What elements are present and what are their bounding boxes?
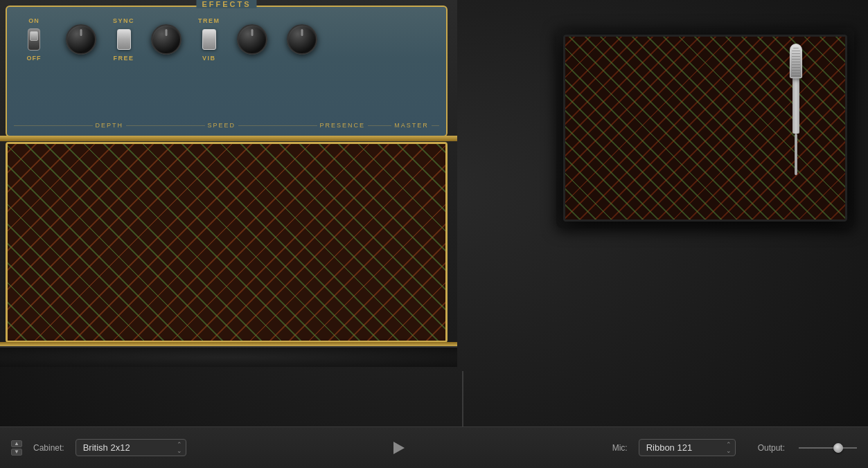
mic-label: Mic: [612,443,628,453]
sep-line-2 [126,125,205,126]
depth-bottom-label: DEPTH [93,122,127,129]
master-knob-section [287,24,317,55]
trem-vib-toggle[interactable] [200,27,219,52]
mic-position-line [463,371,463,426]
depth-knob[interactable] [66,24,96,55]
presence-knob[interactable] [237,24,267,55]
master-knob[interactable] [287,24,317,55]
preset-up-button[interactable]: ▲ [11,440,22,447]
output-thumb[interactable] [833,443,843,453]
bottom-labels-row: DEPTH SPEED PRESENCE MASTER [14,122,439,129]
presence-bottom-label: PRESENCE [317,122,369,129]
trem-section: TREM VIB [198,17,220,62]
toggle-lever [28,28,40,51]
sep-line-3 [238,125,317,126]
microphone[interactable] [788,44,804,175]
speed-knob[interactable] [151,24,181,55]
on-label: ON [28,17,39,24]
mic-select-wrapper[interactable]: Ribbon 121 Condenser 87 Dynamic 57 No Mi… [639,439,736,456]
preset-arrows: ▲ ▼ [11,440,22,456]
sep-line-1 [14,125,93,126]
effects-panel: EFFECTS ON OFF SYNC FREE [6,6,448,137]
output-label: Output: [758,443,785,453]
play-button[interactable] [389,438,409,458]
sync-lever [117,29,131,50]
cabinet-label: Cabinet: [33,443,64,453]
bottom-bar: ▲ ▼ Cabinet: British 2x12 American 1x12 … [0,426,868,468]
sync-toggle[interactable] [114,27,134,52]
depth-knob-section [66,24,96,55]
cabinet-box [563,35,847,222]
sep-line-5 [432,125,439,126]
output-slider[interactable] [799,443,857,453]
trem-label: TREM [198,17,220,24]
grille-pattern [8,144,445,341]
presence-knob-section [237,24,267,55]
sync-label: SYNC [113,17,134,24]
cabinet-display [556,28,854,228]
play-icon [393,442,405,454]
vib-label: VIB [202,55,216,62]
mic-body [792,78,799,134]
free-label: FREE [114,55,134,62]
master-bottom-label: MASTER [391,122,432,129]
speed-knob-section [151,24,181,55]
cabinet-select-wrapper[interactable]: British 2x12 American 1x12 British 4x12 … [76,439,186,456]
speaker-grille [6,142,448,343]
trem-lever [202,29,216,50]
mic-head [790,44,802,78]
leather-bottom [0,346,457,367]
effects-label: EFFECTS [196,0,256,8]
mic-stand [795,134,797,175]
gold-trim-top [0,136,457,141]
sync-section: SYNC FREE [113,17,134,62]
speed-bottom-label: SPEED [205,122,239,129]
on-off-toggle-section: ON OFF [24,17,44,62]
output-line-left [799,447,833,449]
effects-controls: ON OFF SYNC FREE [17,17,436,62]
amplifier-body: EFFECTS ON OFF SYNC FREE [0,0,457,367]
on-off-toggle[interactable] [24,27,44,52]
sep-line-4 [368,125,391,126]
output-line-right [843,447,857,449]
cabinet-select[interactable]: British 2x12 American 1x12 British 4x12 … [76,439,186,456]
mic-select[interactable]: Ribbon 121 Condenser 87 Dynamic 57 No Mi… [639,439,736,456]
preset-down-button[interactable]: ▼ [11,449,22,456]
off-label: OFF [27,55,42,62]
